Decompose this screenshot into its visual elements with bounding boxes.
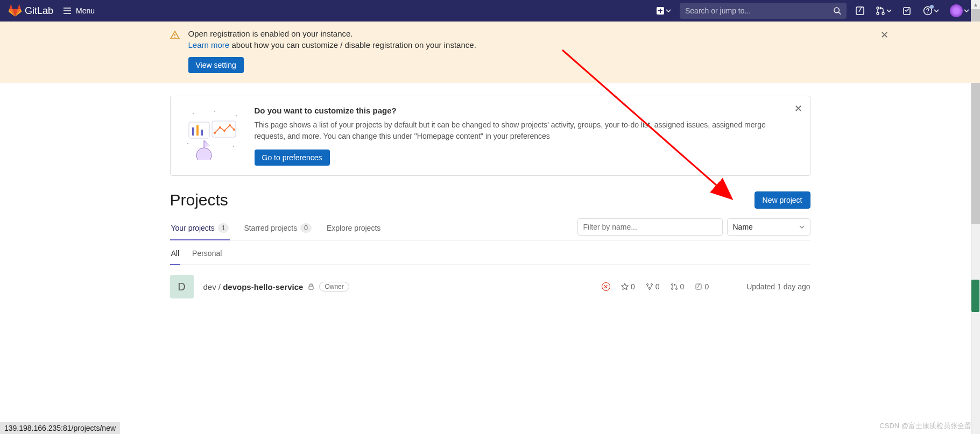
svg-rect-25 (309, 286, 313, 289)
svg-point-16 (219, 126, 221, 129)
merge-requests-shortcut[interactable] (873, 6, 894, 16)
alert-title: Open registration is enabled on your ins… (188, 29, 810, 38)
side-indicator (971, 280, 979, 308)
project-avatar: D (170, 275, 194, 298)
tab-your-projects[interactable]: Your projects 1 (170, 217, 230, 240)
count-badge: 0 (300, 223, 312, 233)
role-badge: Owner (319, 282, 349, 291)
sort-label: Name (733, 223, 753, 231)
sort-dropdown[interactable]: Name (727, 218, 810, 236)
close-icon[interactable]: ✕ (794, 103, 802, 115)
svg-point-26 (646, 284, 648, 286)
chevron-down-icon (964, 8, 969, 13)
stars-stat[interactable]: 0 (621, 282, 635, 291)
chevron-down-icon (934, 8, 939, 13)
svg-point-5 (882, 12, 884, 15)
svg-rect-10 (189, 122, 209, 138)
search-box[interactable] (680, 3, 847, 19)
merge-requests-stat[interactable]: 0 (671, 282, 685, 291)
customize-desc: This page shows a list of your projects … (255, 119, 782, 142)
svg-point-1 (834, 8, 839, 12)
tab-starred-projects[interactable]: Starred projects 0 (243, 217, 313, 240)
svg-point-30 (671, 288, 673, 290)
svg-point-18 (229, 124, 231, 126)
svg-point-19 (233, 129, 235, 131)
warning-icon (170, 30, 180, 40)
customize-prompt-card: ✕ Do you want to customize this page? Th… (170, 96, 810, 176)
tab-label: Starred projects (244, 224, 297, 232)
illustration (182, 106, 242, 160)
help-menu[interactable] (921, 6, 941, 16)
issues-shortcut[interactable] (853, 6, 867, 16)
pipeline-failed-icon[interactable]: ✕ (602, 282, 610, 291)
avatar (950, 4, 963, 17)
last-updated: Updated 1 day ago (746, 282, 810, 291)
project-subtabs: All Personal (170, 243, 810, 265)
top-navbar: GitLab Menu (0, 0, 980, 22)
svg-point-31 (675, 288, 677, 290)
search-input[interactable] (685, 6, 833, 15)
svg-point-27 (651, 284, 652, 286)
view-setting-button[interactable]: View setting (188, 57, 244, 73)
svg-rect-13 (201, 130, 203, 136)
star-icon (621, 283, 629, 290)
hamburger-icon (63, 6, 72, 15)
svg-point-15 (214, 132, 216, 134)
registration-alert: Open registration is enabled on your ins… (0, 22, 980, 83)
tab-label: Explore projects (327, 224, 380, 232)
alert-desc-rest: about how you can customize / disable re… (229, 40, 476, 49)
issues-icon (855, 6, 865, 16)
svg-point-22 (235, 115, 236, 116)
filter-input[interactable] (577, 218, 723, 236)
search-icon (833, 6, 841, 15)
lock-icon (307, 283, 315, 290)
merge-request-icon (876, 6, 885, 16)
tab-label: Your projects (171, 224, 215, 232)
svg-rect-14 (212, 121, 236, 137)
project-list-item[interactable]: D dev / devops-hello-service Owner ✕ 0 0… (170, 265, 810, 308)
svg-point-4 (877, 12, 879, 15)
chevron-down-icon (799, 224, 805, 230)
customize-title: Do you want to customize this page? (255, 106, 782, 115)
project-tabs: Your projects 1 Starred projects 0 Explo… (170, 217, 810, 240)
svg-rect-32 (696, 284, 701, 289)
merge-request-icon (671, 283, 678, 290)
subtab-all[interactable]: All (170, 243, 181, 265)
fork-icon (646, 283, 653, 290)
gitlab-logo[interactable]: GitLab (9, 4, 53, 17)
count-badge: 1 (218, 223, 229, 233)
svg-point-28 (648, 288, 650, 290)
menu-label: Menu (76, 6, 95, 15)
svg-point-23 (187, 143, 188, 144)
chevron-down-icon (666, 8, 671, 13)
new-project-button[interactable]: New project (755, 191, 810, 209)
subtab-personal[interactable]: Personal (191, 243, 223, 265)
learn-more-link[interactable]: Learn more (188, 40, 230, 49)
menu-button[interactable]: Menu (63, 6, 95, 15)
alert-description: Learn more about how you can customize /… (188, 40, 810, 49)
svg-point-21 (214, 111, 215, 112)
svg-point-17 (223, 130, 225, 132)
svg-point-29 (671, 284, 673, 286)
close-icon[interactable]: ✕ (880, 29, 889, 41)
user-menu[interactable] (948, 4, 971, 17)
svg-point-24 (232, 146, 234, 147)
question-circle-icon (923, 6, 933, 16)
brand-text: GitLab (25, 5, 53, 17)
todos-shortcut[interactable] (900, 6, 914, 16)
plus-square-icon (656, 6, 665, 15)
forks-stat[interactable]: 0 (646, 282, 660, 291)
scrollbar-up-icon[interactable]: ▲ (971, 0, 980, 9)
tab-explore-projects[interactable]: Explore projects (326, 217, 382, 240)
project-namespace: dev / (203, 282, 223, 291)
issues-stat[interactable]: 0 (695, 282, 709, 291)
svg-rect-2 (856, 7, 864, 15)
issues-icon (695, 283, 702, 290)
go-to-preferences-button[interactable]: Go to preferences (255, 150, 330, 166)
create-new-button[interactable] (654, 6, 673, 15)
page-title: Projects (170, 191, 228, 209)
svg-point-9 (174, 37, 175, 38)
svg-point-20 (192, 113, 193, 114)
gitlab-icon (9, 4, 22, 17)
project-name: dev / devops-hello-service (203, 282, 304, 291)
